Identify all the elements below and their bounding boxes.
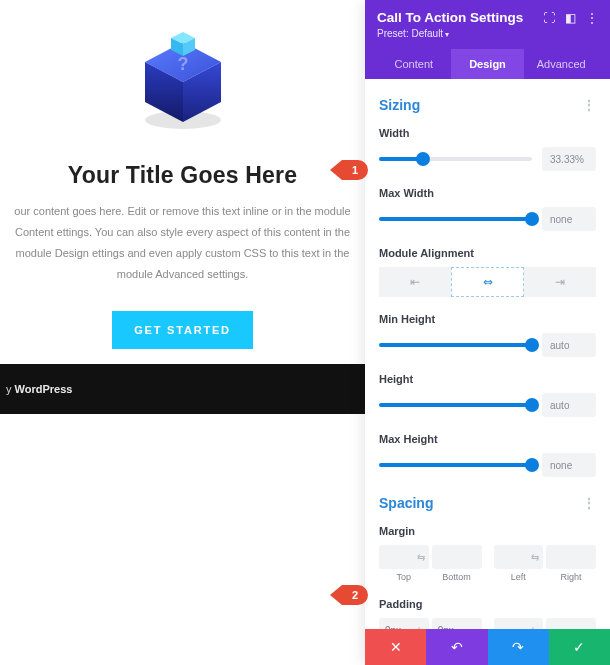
page-preview: ? Your Title Goes Here our content goes … <box>0 0 365 665</box>
panel-body: Sizing ⋮ Width Max Width Module Alignme <box>365 79 610 629</box>
link-icon[interactable]: ⇆ <box>531 552 539 563</box>
min-height-slider[interactable] <box>379 343 532 347</box>
tab-content[interactable]: Content <box>377 49 451 79</box>
menu-icon[interactable]: ⋮ <box>586 11 598 25</box>
max-width-input[interactable] <box>542 207 596 231</box>
align-right-button[interactable]: ⇥ <box>524 267 596 297</box>
footer-bar: y WordPress <box>0 364 365 414</box>
width-slider[interactable] <box>379 157 532 161</box>
preview-body: our content goes here. Edit or remove th… <box>0 201 365 285</box>
max-height-slider[interactable] <box>379 463 532 467</box>
discard-button[interactable]: ✕ <box>365 629 426 665</box>
field-module-alignment: Module Alignment ⇤ ⇔ ⇥ <box>379 247 596 297</box>
expand-icon[interactable]: ⛶ <box>543 11 555 25</box>
field-margin: Margin ⇆Top Bottom ⇆Left Right <box>379 525 596 582</box>
width-input[interactable] <box>542 147 596 171</box>
padding-right-input[interactable] <box>546 618 596 629</box>
link-icon[interactable]: ⇆ <box>531 625 539 630</box>
save-button[interactable]: ✓ <box>549 629 610 665</box>
cta-button[interactable]: GET STARTED <box>112 311 253 349</box>
undo-button[interactable]: ↶ <box>426 629 487 665</box>
link-icon[interactable]: ⇆ <box>417 625 425 630</box>
callout-marker-1: 1 <box>342 160 368 180</box>
section-spacing[interactable]: Spacing ⋮ <box>379 495 596 511</box>
field-width: Width <box>379 127 596 171</box>
footer-text: y WordPress <box>6 383 72 395</box>
section-menu-icon[interactable]: ⋮ <box>582 97 596 113</box>
field-max-height: Max Height <box>379 433 596 477</box>
panel-tabs: Content Design Advanced <box>377 49 598 79</box>
panel-actions: ✕ ↶ ↷ ✓ <box>365 629 610 665</box>
align-left-button[interactable]: ⇤ <box>379 267 451 297</box>
tab-design[interactable]: Design <box>451 49 525 79</box>
svg-text:?: ? <box>177 54 188 74</box>
align-center-button[interactable]: ⇔ <box>451 267 525 297</box>
panel-title: Call To Action Settings <box>377 10 523 25</box>
callout-marker-2: 2 <box>342 585 368 605</box>
section-sizing[interactable]: Sizing ⋮ <box>379 97 596 113</box>
padding-bottom-input[interactable] <box>432 618 482 629</box>
preset-dropdown[interactable]: Preset: Default <box>377 28 598 39</box>
cube-icon: ? <box>133 22 233 132</box>
tab-advanced[interactable]: Advanced <box>524 49 598 79</box>
settings-panel: Call To Action Settings ⛶ ◧ ⋮ Preset: De… <box>365 0 610 665</box>
link-icon[interactable]: ⇆ <box>417 552 425 563</box>
preview-title: Your Title Goes Here <box>0 162 365 189</box>
alignment-segmented: ⇤ ⇔ ⇥ <box>379 267 596 297</box>
hero-image: ? <box>0 0 365 132</box>
section-menu-icon[interactable]: ⋮ <box>582 495 596 511</box>
field-padding: Padding ⇆Top Bottom ⇆Left Right <box>379 598 596 629</box>
field-height: Height <box>379 373 596 417</box>
margin-bottom-input[interactable] <box>432 545 482 569</box>
max-width-slider[interactable] <box>379 217 532 221</box>
max-height-input[interactable] <box>542 453 596 477</box>
field-min-height: Min Height <box>379 313 596 357</box>
snap-icon[interactable]: ◧ <box>565 11 576 25</box>
margin-right-input[interactable] <box>546 545 596 569</box>
redo-button[interactable]: ↷ <box>488 629 549 665</box>
field-max-width: Max Width <box>379 187 596 231</box>
height-input[interactable] <box>542 393 596 417</box>
panel-header: Call To Action Settings ⛶ ◧ ⋮ Preset: De… <box>365 0 610 79</box>
height-slider[interactable] <box>379 403 532 407</box>
min-height-input[interactable] <box>542 333 596 357</box>
